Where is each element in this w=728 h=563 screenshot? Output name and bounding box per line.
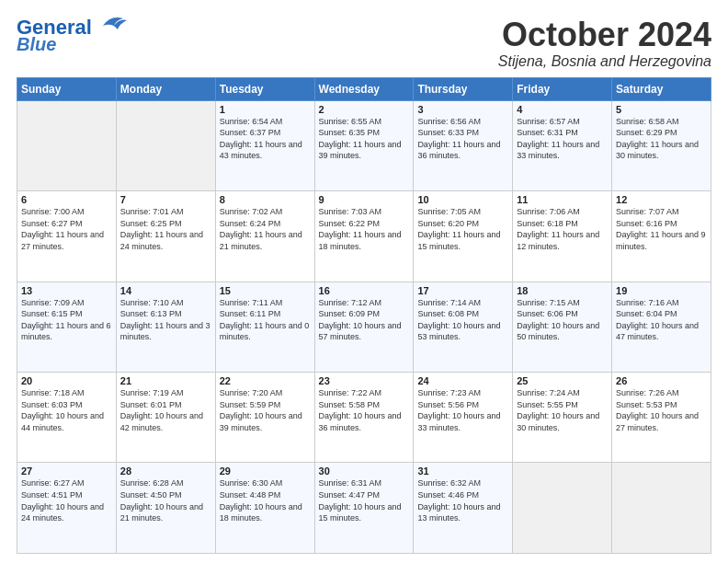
calendar-cell [17,100,117,190]
calendar-cell: 14Sunrise: 7:10 AM Sunset: 6:13 PM Dayli… [116,282,215,372]
weekday-header-thursday: Thursday [414,77,513,100]
calendar-cell: 10Sunrise: 7:05 AM Sunset: 6:20 PM Dayli… [414,191,513,282]
week-row-2: 6Sunrise: 7:00 AM Sunset: 6:27 PM Daylig… [17,191,711,282]
day-info: Sunrise: 7:02 AM Sunset: 6:24 PM Dayligh… [220,206,311,252]
day-info: Sunrise: 7:26 AM Sunset: 5:53 PM Dayligh… [616,387,707,433]
weekday-header-monday: Monday [116,77,215,100]
day-number: 22 [220,375,311,386]
page: General Blue October 2024 Stijena, Bosni… [0,0,728,563]
day-info: Sunrise: 6:58 AM Sunset: 6:29 PM Dayligh… [616,116,707,162]
day-number: 20 [21,375,112,386]
calendar-cell: 19Sunrise: 7:16 AM Sunset: 6:04 PM Dayli… [612,282,711,372]
day-number: 5 [616,104,707,115]
day-info: Sunrise: 7:11 AM Sunset: 6:11 PM Dayligh… [220,297,311,343]
calendar-cell: 1Sunrise: 6:54 AM Sunset: 6:37 PM Daylig… [215,100,314,190]
day-number: 25 [517,375,608,386]
day-number: 2 [319,104,410,115]
day-info: Sunrise: 7:05 AM Sunset: 6:20 PM Dayligh… [417,206,508,252]
day-info: Sunrise: 7:09 AM Sunset: 6:15 PM Dayligh… [21,297,112,343]
day-info: Sunrise: 6:28 AM Sunset: 4:50 PM Dayligh… [120,477,211,523]
calendar-cell: 27Sunrise: 6:27 AM Sunset: 4:51 PM Dayli… [17,463,117,554]
day-number: 14 [120,285,211,296]
calendar-table: SundayMondayTuesdayWednesdayThursdayFrid… [17,77,711,554]
week-row-4: 20Sunrise: 7:18 AM Sunset: 6:03 PM Dayli… [17,373,711,463]
title-area: October 2024 Stijena, Bosnia and Herzego… [498,17,711,70]
day-number: 9 [319,194,410,205]
day-info: Sunrise: 6:56 AM Sunset: 6:33 PM Dayligh… [417,116,508,162]
calendar-cell: 25Sunrise: 7:24 AM Sunset: 5:55 PM Dayli… [513,373,612,463]
weekday-header-saturday: Saturday [612,77,711,100]
calendar-cell: 11Sunrise: 7:06 AM Sunset: 6:18 PM Dayli… [513,191,612,282]
day-number: 19 [616,285,707,296]
day-info: Sunrise: 7:00 AM Sunset: 6:27 PM Dayligh… [21,206,112,252]
calendar-cell [116,100,215,190]
day-info: Sunrise: 7:16 AM Sunset: 6:04 PM Dayligh… [616,297,707,343]
day-info: Sunrise: 6:30 AM Sunset: 4:48 PM Dayligh… [220,477,311,523]
logo-bird-icon [94,13,127,39]
day-number: 12 [616,194,707,205]
day-number: 17 [417,285,508,296]
day-number: 18 [517,285,608,296]
day-info: Sunrise: 7:10 AM Sunset: 6:13 PM Dayligh… [120,297,211,343]
calendar-cell: 30Sunrise: 6:31 AM Sunset: 4:47 PM Dayli… [314,463,414,554]
calendar-cell: 16Sunrise: 7:12 AM Sunset: 6:09 PM Dayli… [314,282,414,372]
week-row-3: 13Sunrise: 7:09 AM Sunset: 6:15 PM Dayli… [17,282,711,372]
day-number: 27 [21,465,112,477]
calendar-cell: 28Sunrise: 6:28 AM Sunset: 4:50 PM Dayli… [116,463,215,554]
calendar-cell [513,463,612,554]
day-info: Sunrise: 6:55 AM Sunset: 6:35 PM Dayligh… [319,116,410,162]
day-number: 6 [21,194,112,205]
day-number: 10 [417,194,508,205]
day-info: Sunrise: 7:24 AM Sunset: 5:55 PM Dayligh… [517,387,608,433]
day-info: Sunrise: 7:22 AM Sunset: 5:58 PM Dayligh… [319,387,410,433]
day-info: Sunrise: 6:57 AM Sunset: 6:31 PM Dayligh… [517,116,608,162]
weekday-header-friday: Friday [513,77,612,100]
header: General Blue October 2024 Stijena, Bosni… [17,17,711,70]
day-number: 16 [319,285,410,296]
calendar-cell: 31Sunrise: 6:32 AM Sunset: 4:46 PM Dayli… [414,463,513,554]
calendar-cell: 2Sunrise: 6:55 AM Sunset: 6:35 PM Daylig… [314,100,414,190]
calendar-cell: 26Sunrise: 7:26 AM Sunset: 5:53 PM Dayli… [612,373,711,463]
calendar-cell: 4Sunrise: 6:57 AM Sunset: 6:31 PM Daylig… [513,100,612,190]
calendar-cell: 3Sunrise: 6:56 AM Sunset: 6:33 PM Daylig… [414,100,513,190]
calendar-cell: 5Sunrise: 6:58 AM Sunset: 6:29 PM Daylig… [612,100,711,190]
calendar-cell: 15Sunrise: 7:11 AM Sunset: 6:11 PM Dayli… [215,282,314,372]
day-info: Sunrise: 6:54 AM Sunset: 6:37 PM Dayligh… [220,116,311,162]
day-number: 11 [517,194,608,205]
day-number: 23 [319,375,410,386]
day-number: 26 [616,375,707,386]
day-number: 7 [120,194,211,205]
logo: General Blue [17,17,127,53]
weekday-header-row: SundayMondayTuesdayWednesdayThursdayFrid… [17,77,711,100]
day-number: 29 [220,465,311,477]
day-number: 15 [220,285,311,296]
day-info: Sunrise: 7:07 AM Sunset: 6:16 PM Dayligh… [616,206,707,252]
calendar-cell: 24Sunrise: 7:23 AM Sunset: 5:56 PM Dayli… [414,373,513,463]
day-number: 13 [21,285,112,296]
week-row-5: 27Sunrise: 6:27 AM Sunset: 4:51 PM Dayli… [17,463,711,554]
weekday-header-sunday: Sunday [17,77,117,100]
calendar-cell: 17Sunrise: 7:14 AM Sunset: 6:08 PM Dayli… [414,282,513,372]
calendar-cell: 13Sunrise: 7:09 AM Sunset: 6:15 PM Dayli… [17,282,117,372]
day-info: Sunrise: 7:23 AM Sunset: 5:56 PM Dayligh… [417,387,508,433]
calendar-cell: 6Sunrise: 7:00 AM Sunset: 6:27 PM Daylig… [17,191,117,282]
calendar-cell: 7Sunrise: 7:01 AM Sunset: 6:25 PM Daylig… [116,191,215,282]
weekday-header-wednesday: Wednesday [314,77,414,100]
day-number: 21 [120,375,211,386]
day-info: Sunrise: 7:03 AM Sunset: 6:22 PM Dayligh… [319,206,410,252]
calendar-cell: 23Sunrise: 7:22 AM Sunset: 5:58 PM Dayli… [314,373,414,463]
day-number: 30 [319,465,410,477]
calendar-cell: 18Sunrise: 7:15 AM Sunset: 6:06 PM Dayli… [513,282,612,372]
location: Stijena, Bosnia and Herzegovina [498,53,711,70]
day-number: 24 [417,375,508,386]
calendar-cell: 21Sunrise: 7:19 AM Sunset: 6:01 PM Dayli… [116,373,215,463]
day-info: Sunrise: 7:14 AM Sunset: 6:08 PM Dayligh… [417,297,508,343]
day-info: Sunrise: 6:31 AM Sunset: 4:47 PM Dayligh… [319,477,410,523]
day-info: Sunrise: 7:15 AM Sunset: 6:06 PM Dayligh… [517,297,608,343]
day-info: Sunrise: 7:18 AM Sunset: 6:03 PM Dayligh… [21,387,112,433]
day-number: 28 [120,465,211,477]
day-info: Sunrise: 7:12 AM Sunset: 6:09 PM Dayligh… [319,297,410,343]
day-number: 3 [417,104,508,115]
day-info: Sunrise: 7:06 AM Sunset: 6:18 PM Dayligh… [517,206,608,252]
logo-blue: Blue [17,35,56,53]
